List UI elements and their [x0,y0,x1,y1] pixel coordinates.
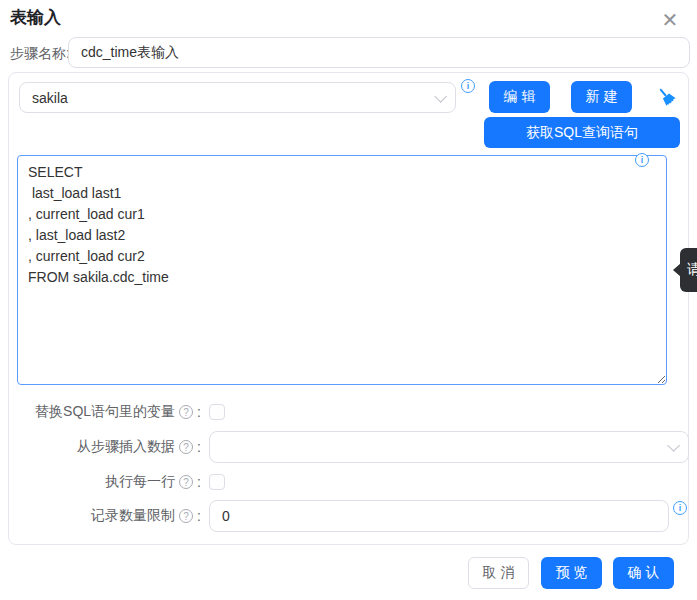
sql-editor[interactable]: SELECT last_load last1 , current_load cu… [17,155,667,385]
table-input-dialog: 表输入 ✕ 步骤名称: sakila i 编 辑 新 建 获取SQL查询语句 S… [0,0,697,600]
main-panel: sakila i 编 辑 新 建 获取SQL查询语句 SELECT last_l… [8,72,689,545]
step-name-label: 步骤名称: [10,45,70,63]
chevron-down-icon [667,438,676,456]
row-limit-label: 记录数量限制 ? : [9,507,201,525]
connection-select[interactable]: sakila [19,82,456,113]
arrow-left-icon [673,263,681,277]
insert-data-select[interactable] [209,431,689,463]
side-tooltip-tab[interactable]: 请 [680,248,697,292]
broom-icon[interactable] [654,84,678,108]
insert-data-row: 从步骤插入数据 ? : [9,431,689,463]
side-tooltip-text: 请 [687,261,697,279]
connection-select-value: sakila [32,90,68,106]
connection-info-icon[interactable]: i [461,79,475,93]
close-icon[interactable]: ✕ [658,8,682,32]
step-name-input[interactable] [68,37,690,68]
execute-each-row-label: 执行每一行 ? : [9,473,201,491]
replace-vars-row: 替换SQL语句里的变量 ? : [9,403,225,421]
row-limit-info-icon[interactable]: i [673,501,687,515]
help-icon[interactable]: ? [179,509,193,523]
help-icon[interactable]: ? [179,405,193,419]
execute-each-row-row: 执行每一行 ? : [9,473,225,491]
replace-vars-checkbox[interactable] [209,404,225,420]
get-sql-button[interactable]: 获取SQL查询语句 [484,117,680,148]
dialog-title: 表输入 [10,6,61,29]
execute-each-row-checkbox[interactable] [209,474,225,490]
help-icon[interactable]: ? [179,440,193,454]
confirm-button[interactable]: 确 认 [613,557,674,589]
replace-vars-label: 替换SQL语句里的变量 ? : [9,403,201,421]
row-limit-row: 记录数量限制 ? : i [9,500,687,532]
chevron-down-icon [434,90,443,106]
new-connection-button[interactable]: 新 建 [571,81,632,113]
insert-data-label: 从步骤插入数据 ? : [9,438,201,456]
row-limit-input[interactable] [209,500,669,532]
help-icon[interactable]: ? [179,475,193,489]
edit-connection-button[interactable]: 编 辑 [489,81,550,113]
sql-info-icon[interactable]: i [635,153,649,167]
preview-button[interactable]: 预 览 [541,557,602,589]
cancel-button[interactable]: 取 消 [468,557,529,589]
